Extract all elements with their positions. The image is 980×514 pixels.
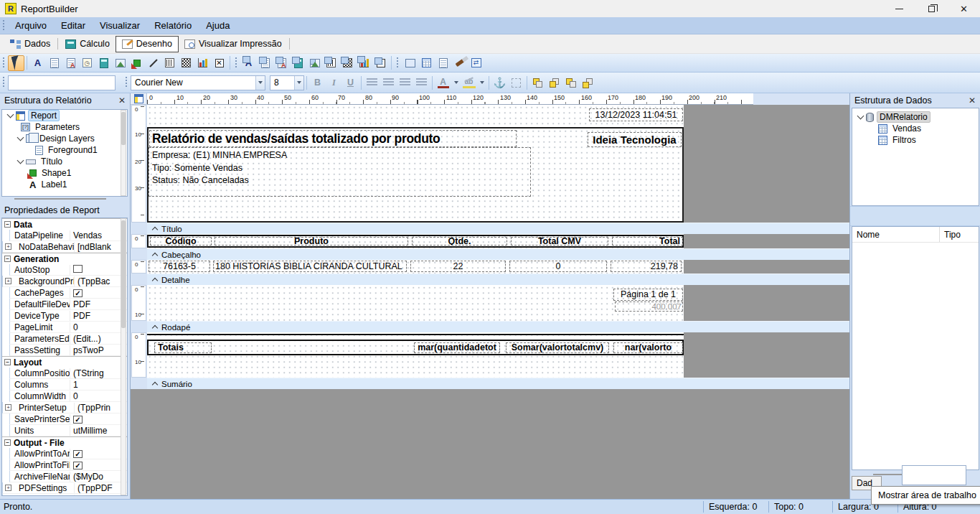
summary-top-line[interactable] xyxy=(147,334,684,335)
font-color-dropdown[interactable] xyxy=(451,75,461,90)
toolbar-grip[interactable] xyxy=(2,20,6,32)
detail-cell-qtde[interactable]: 22 xyxy=(410,261,506,272)
collapse-icon[interactable]: − xyxy=(4,439,11,446)
tree-item-foreground1[interactable]: Foreground1 xyxy=(2,144,127,156)
prop-row[interactable]: +PrinterSetup(TppPrin xyxy=(2,402,127,413)
font-size-combo[interactable]: 8 xyxy=(270,75,304,90)
hidden-total-label[interactable]: 400.007 xyxy=(615,302,683,312)
line-tool-button[interactable] xyxy=(145,55,161,71)
tree-item-filtros[interactable]: Filtros xyxy=(852,134,979,146)
detail-cell-codigo[interactable]: 76163-5 xyxy=(149,261,210,272)
properties-scrollbar[interactable] xyxy=(121,218,126,495)
label-tool-button[interactable]: A xyxy=(29,55,46,71)
expander-icon[interactable] xyxy=(857,113,864,120)
chart-tool-button[interactable] xyxy=(194,55,211,71)
barcode-tool-button[interactable] xyxy=(161,55,178,71)
detail-cell-total[interactable]: 219,78 xyxy=(611,261,682,272)
image-tool-button[interactable] xyxy=(112,55,128,71)
totals-qtde-formula[interactable]: mar(quantidadetot xyxy=(414,342,500,353)
prop-row[interactable]: +BackgroundPrintSe(TppBac xyxy=(2,276,127,287)
totals-label[interactable]: Totais xyxy=(154,342,212,353)
font-color-button[interactable]: A xyxy=(435,75,451,90)
dbchart-tool-button[interactable] xyxy=(356,55,372,71)
anchor-button[interactable]: ⚓ xyxy=(491,75,508,90)
band-collapse-icon[interactable] xyxy=(152,227,158,233)
close-panel-icon[interactable]: ✕ xyxy=(118,95,126,106)
detail-cell-total-cmv[interactable]: 0 xyxy=(509,261,607,272)
tree-item-dmrelatorio[interactable]: DMRelatorio xyxy=(852,111,979,123)
chevron-down-icon[interactable] xyxy=(294,76,303,90)
expander-icon[interactable] xyxy=(17,157,24,164)
prop-row[interactable]: +PDFSettings(TppPDF xyxy=(2,482,127,494)
checkbox-unchecked-icon[interactable] xyxy=(73,265,83,273)
dbrichtext-tool-button[interactable] xyxy=(273,55,290,71)
minimize-button[interactable] xyxy=(883,0,915,17)
dbcheckbox-tool-button[interactable]: ✕ xyxy=(372,55,389,71)
bold-button[interactable]: B xyxy=(309,75,326,90)
totals-cmv-formula[interactable]: Somar(valortotalcmv) xyxy=(506,342,609,353)
dbbarcode2d-tool-button[interactable] xyxy=(339,55,356,71)
column-header-nome[interactable]: Nome xyxy=(852,227,940,242)
prop-row[interactable]: AllowPrintToArchiv✓ xyxy=(9,448,127,459)
barcode2d-tool-button[interactable] xyxy=(178,55,194,71)
dbimage-tool-button[interactable] xyxy=(306,55,323,71)
band-collapse-icon[interactable] xyxy=(152,382,158,388)
menu-arquivo[interactable]: Arquivo xyxy=(8,18,54,34)
tab-visualizar-impressao[interactable]: Visualizar Impressão xyxy=(179,36,288,52)
align-center-button[interactable] xyxy=(380,75,397,90)
prop-row[interactable]: ParametersEditor(Edit...) xyxy=(9,333,127,345)
move-forward-button[interactable] xyxy=(562,75,579,90)
tree-item-titulo[interactable]: Título xyxy=(2,156,127,167)
dbmemo-tool-button[interactable] xyxy=(257,55,273,71)
send-to-back-button[interactable] xyxy=(546,75,562,90)
page-number-label[interactable]: Página 1 de 1 xyxy=(613,289,683,301)
prop-row[interactable]: UnitsutMillime xyxy=(9,425,127,436)
band-cabecalho[interactable]: Cabeçalho xyxy=(147,248,849,260)
tree-item-report[interactable]: Report xyxy=(2,110,127,121)
prop-section-output-file[interactable]: −Output - File xyxy=(2,436,127,448)
design-surface[interactable]: 13/12/2023 11:04:51 Relatório de vendas/… xyxy=(147,105,849,499)
prop-row[interactable]: PassSettingpsTwoP xyxy=(9,345,127,356)
checkbox-checked-icon[interactable]: ✓ xyxy=(73,416,83,424)
dblabel-tool-button[interactable]: A xyxy=(240,55,257,71)
prop-row[interactable]: Columns1 xyxy=(9,379,127,391)
tree-item-label1[interactable]: A Label1 xyxy=(2,179,127,190)
prop-row[interactable]: +NoDataBehaviors[ndBlank xyxy=(2,241,127,253)
dbbarcode-tool-button[interactable] xyxy=(323,55,339,71)
bring-to-front-button[interactable] xyxy=(529,75,546,90)
object-selector-combo[interactable] xyxy=(8,75,116,90)
company-label[interactable]: Ideia Tecnologia xyxy=(588,132,682,147)
italic-button[interactable]: I xyxy=(326,75,342,90)
expander-icon[interactable] xyxy=(17,134,24,141)
align-right-button[interactable] xyxy=(397,75,413,90)
design-canvas[interactable]: 010 2030 4050 6070 8090 100110 120130 14… xyxy=(131,93,849,499)
richtext-tool-button[interactable] xyxy=(62,55,79,71)
band-rodape[interactable]: Rodapé xyxy=(147,321,849,332)
prop-row[interactable]: +RTFSettings(TppRTF xyxy=(2,494,127,496)
menu-editar[interactable]: Editar xyxy=(54,18,93,34)
header-cell-codigo[interactable]: Código xyxy=(150,237,212,246)
prop-row[interactable]: ColumnPositions(TString xyxy=(9,368,127,379)
prop-row[interactable]: ArchiveFileName($MyDo xyxy=(9,471,127,482)
prop-section-generation[interactable]: −Generation xyxy=(2,253,127,264)
align-justify-button[interactable] xyxy=(413,75,430,90)
collapse-icon[interactable]: − xyxy=(4,221,11,228)
band-titulo[interactable]: Título xyxy=(147,223,849,234)
tree-scrollbar[interactable] xyxy=(121,110,126,196)
dotted-frame-button[interactable] xyxy=(508,75,524,90)
band-collapse-icon[interactable] xyxy=(152,253,158,258)
prop-row[interactable]: DefaultFileDeviceTPDF xyxy=(9,299,127,310)
expand-icon[interactable]: + xyxy=(5,485,11,491)
totals-total-formula[interactable]: nar(valorto xyxy=(613,342,683,353)
header-cell-produto[interactable]: Produto xyxy=(215,237,408,246)
systemvariable-datetime[interactable]: 13/12/2023 11:04:51 xyxy=(589,108,683,121)
tree-item-parameters[interactable]: [?] Parameters xyxy=(2,121,127,133)
column-header-tipo[interactable]: Tipo xyxy=(940,227,961,243)
expander-icon[interactable] xyxy=(7,111,14,118)
underline-button[interactable]: U xyxy=(342,75,359,90)
prop-row[interactable]: PageLimit0 xyxy=(9,322,127,333)
prop-row[interactable]: AllowPrintToFile✓ xyxy=(9,459,127,471)
menu-visualizar[interactable]: Visualizar xyxy=(93,18,147,34)
prop-row[interactable]: DeviceTypePDF xyxy=(9,310,127,322)
report-title-label[interactable]: Relatório de vendas/saídas totalizado po… xyxy=(149,130,517,147)
